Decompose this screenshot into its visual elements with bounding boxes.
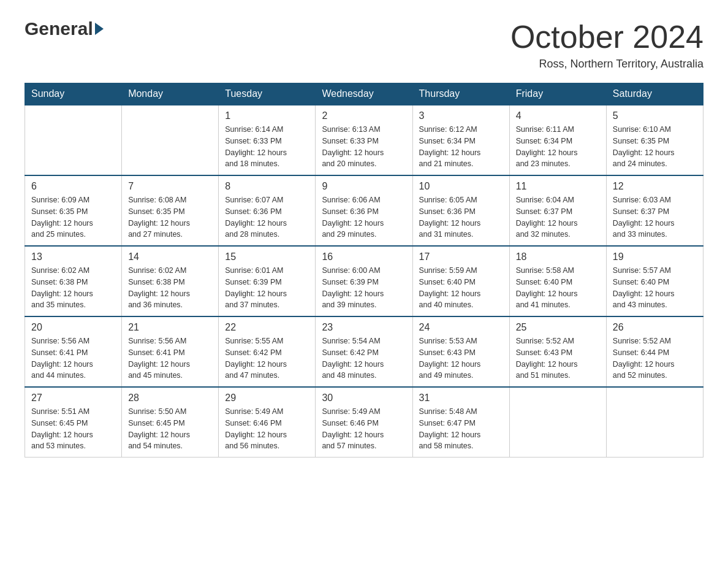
- day-number: 30: [322, 393, 406, 404]
- day-info: Sunrise: 6:13 AM Sunset: 6:33 PM Dayligh…: [322, 124, 406, 170]
- day-info: Sunrise: 6:06 AM Sunset: 6:36 PM Dayligh…: [322, 194, 406, 240]
- calendar-header-sunday: Sunday: [25, 83, 122, 105]
- calendar-cell: 31Sunrise: 5:48 AM Sunset: 6:47 PM Dayli…: [412, 387, 509, 458]
- calendar-cell: 2Sunrise: 6:13 AM Sunset: 6:33 PM Daylig…: [316, 105, 412, 175]
- day-info: Sunrise: 5:54 AM Sunset: 6:42 PM Dayligh…: [322, 335, 406, 381]
- day-info: Sunrise: 5:50 AM Sunset: 6:45 PM Dayligh…: [128, 406, 212, 452]
- day-info: Sunrise: 6:11 AM Sunset: 6:34 PM Dayligh…: [516, 124, 600, 170]
- day-info: Sunrise: 6:02 AM Sunset: 6:38 PM Dayligh…: [128, 265, 212, 311]
- week-row-3: 13Sunrise: 6:02 AM Sunset: 6:38 PM Dayli…: [25, 246, 703, 316]
- day-info: Sunrise: 5:57 AM Sunset: 6:40 PM Dayligh…: [613, 265, 697, 311]
- day-number: 9: [322, 181, 406, 192]
- calendar-header-row: SundayMondayTuesdayWednesdayThursdayFrid…: [25, 83, 703, 105]
- logo: General Blue: [25, 18, 104, 39]
- calendar-cell: 12Sunrise: 6:03 AM Sunset: 6:37 PM Dayli…: [606, 175, 703, 246]
- day-info: Sunrise: 6:02 AM Sunset: 6:38 PM Dayligh…: [31, 265, 115, 311]
- day-info: Sunrise: 5:53 AM Sunset: 6:43 PM Dayligh…: [419, 335, 503, 381]
- calendar-cell: 27Sunrise: 5:51 AM Sunset: 6:45 PM Dayli…: [25, 387, 122, 458]
- calendar-cell: 17Sunrise: 5:59 AM Sunset: 6:40 PM Dayli…: [412, 246, 509, 316]
- day-number: 24: [419, 322, 503, 333]
- day-number: 27: [31, 393, 115, 404]
- calendar-cell: [122, 105, 219, 175]
- calendar-cell: 28Sunrise: 5:50 AM Sunset: 6:45 PM Dayli…: [122, 387, 219, 458]
- day-info: Sunrise: 5:52 AM Sunset: 6:43 PM Dayligh…: [516, 335, 600, 381]
- calendar-cell: 7Sunrise: 6:08 AM Sunset: 6:35 PM Daylig…: [122, 175, 219, 246]
- day-info: Sunrise: 5:58 AM Sunset: 6:40 PM Dayligh…: [516, 265, 600, 311]
- week-row-4: 20Sunrise: 5:56 AM Sunset: 6:41 PM Dayli…: [25, 316, 703, 387]
- week-row-1: 1Sunrise: 6:14 AM Sunset: 6:33 PM Daylig…: [25, 105, 703, 175]
- day-number: 3: [419, 110, 503, 121]
- calendar-cell: 26Sunrise: 5:52 AM Sunset: 6:44 PM Dayli…: [606, 316, 703, 387]
- day-number: 21: [128, 322, 212, 333]
- day-number: 22: [225, 322, 309, 333]
- calendar-cell: [606, 387, 703, 458]
- calendar-cell: 18Sunrise: 5:58 AM Sunset: 6:40 PM Dayli…: [509, 246, 606, 316]
- location-subtitle: Ross, Northern Territory, Australia: [510, 58, 703, 71]
- day-info: Sunrise: 5:48 AM Sunset: 6:47 PM Dayligh…: [419, 406, 503, 452]
- calendar-cell: 6Sunrise: 6:09 AM Sunset: 6:35 PM Daylig…: [25, 175, 122, 246]
- day-number: 15: [225, 251, 309, 262]
- calendar-header-tuesday: Tuesday: [219, 83, 316, 105]
- calendar-cell: 15Sunrise: 6:01 AM Sunset: 6:39 PM Dayli…: [219, 246, 316, 316]
- day-info: Sunrise: 5:59 AM Sunset: 6:40 PM Dayligh…: [419, 265, 503, 311]
- day-info: Sunrise: 6:08 AM Sunset: 6:35 PM Dayligh…: [128, 194, 212, 240]
- day-number: 20: [31, 322, 115, 333]
- calendar-cell: 9Sunrise: 6:06 AM Sunset: 6:36 PM Daylig…: [316, 175, 412, 246]
- title-section: October 2024 Ross, Northern Territory, A…: [510, 18, 703, 71]
- day-info: Sunrise: 6:12 AM Sunset: 6:34 PM Dayligh…: [419, 124, 503, 170]
- week-row-2: 6Sunrise: 6:09 AM Sunset: 6:35 PM Daylig…: [25, 175, 703, 246]
- day-info: Sunrise: 6:03 AM Sunset: 6:37 PM Dayligh…: [613, 194, 697, 240]
- calendar-cell: [25, 105, 122, 175]
- calendar-header-friday: Friday: [509, 83, 606, 105]
- day-info: Sunrise: 5:51 AM Sunset: 6:45 PM Dayligh…: [31, 406, 115, 452]
- calendar-cell: 20Sunrise: 5:56 AM Sunset: 6:41 PM Dayli…: [25, 316, 122, 387]
- calendar-header-wednesday: Wednesday: [316, 83, 412, 105]
- day-number: 25: [516, 322, 600, 333]
- day-number: 19: [613, 251, 697, 262]
- day-number: 12: [613, 181, 697, 192]
- calendar-cell: 11Sunrise: 6:04 AM Sunset: 6:37 PM Dayli…: [509, 175, 606, 246]
- day-info: Sunrise: 6:05 AM Sunset: 6:36 PM Dayligh…: [419, 194, 503, 240]
- day-number: 11: [516, 181, 600, 192]
- calendar-cell: 1Sunrise: 6:14 AM Sunset: 6:33 PM Daylig…: [219, 105, 316, 175]
- day-number: 16: [322, 251, 406, 262]
- day-number: 4: [516, 110, 600, 121]
- day-number: 28: [128, 393, 212, 404]
- day-info: Sunrise: 5:55 AM Sunset: 6:42 PM Dayligh…: [225, 335, 309, 381]
- day-number: 6: [31, 181, 115, 192]
- calendar-cell: 5Sunrise: 6:10 AM Sunset: 6:35 PM Daylig…: [606, 105, 703, 175]
- calendar-cell: 19Sunrise: 5:57 AM Sunset: 6:40 PM Dayli…: [606, 246, 703, 316]
- calendar-header-thursday: Thursday: [412, 83, 509, 105]
- day-info: Sunrise: 6:14 AM Sunset: 6:33 PM Dayligh…: [225, 124, 309, 170]
- day-info: Sunrise: 6:10 AM Sunset: 6:35 PM Dayligh…: [613, 124, 697, 170]
- day-number: 1: [225, 110, 309, 121]
- calendar-cell: 25Sunrise: 5:52 AM Sunset: 6:43 PM Dayli…: [509, 316, 606, 387]
- logo-text-general: General: [25, 18, 93, 39]
- day-info: Sunrise: 5:52 AM Sunset: 6:44 PM Dayligh…: [613, 335, 697, 381]
- page-header: General Blue October 2024 Ross, Northern…: [25, 18, 703, 71]
- calendar-header-monday: Monday: [122, 83, 219, 105]
- day-number: 14: [128, 251, 212, 262]
- week-row-5: 27Sunrise: 5:51 AM Sunset: 6:45 PM Dayli…: [25, 387, 703, 458]
- calendar-cell: 13Sunrise: 6:02 AM Sunset: 6:38 PM Dayli…: [25, 246, 122, 316]
- calendar-cell: 14Sunrise: 6:02 AM Sunset: 6:38 PM Dayli…: [122, 246, 219, 316]
- calendar-cell: 30Sunrise: 5:49 AM Sunset: 6:46 PM Dayli…: [316, 387, 412, 458]
- calendar-cell: 21Sunrise: 5:56 AM Sunset: 6:41 PM Dayli…: [122, 316, 219, 387]
- calendar-cell: [509, 387, 606, 458]
- calendar-cell: 16Sunrise: 6:00 AM Sunset: 6:39 PM Dayli…: [316, 246, 412, 316]
- logo-triangle-icon: [95, 23, 104, 35]
- calendar-table: SundayMondayTuesdayWednesdayThursdayFrid…: [25, 83, 703, 458]
- day-number: 31: [419, 393, 503, 404]
- calendar-cell: 24Sunrise: 5:53 AM Sunset: 6:43 PM Dayli…: [412, 316, 509, 387]
- day-info: Sunrise: 5:49 AM Sunset: 6:46 PM Dayligh…: [322, 406, 406, 452]
- day-info: Sunrise: 6:04 AM Sunset: 6:37 PM Dayligh…: [516, 194, 600, 240]
- day-number: 23: [322, 322, 406, 333]
- calendar-header-saturday: Saturday: [606, 83, 703, 105]
- day-number: 2: [322, 110, 406, 121]
- calendar-cell: 23Sunrise: 5:54 AM Sunset: 6:42 PM Dayli…: [316, 316, 412, 387]
- day-info: Sunrise: 5:56 AM Sunset: 6:41 PM Dayligh…: [128, 335, 212, 381]
- day-number: 29: [225, 393, 309, 404]
- month-title: October 2024: [510, 18, 703, 55]
- day-number: 17: [419, 251, 503, 262]
- day-number: 13: [31, 251, 115, 262]
